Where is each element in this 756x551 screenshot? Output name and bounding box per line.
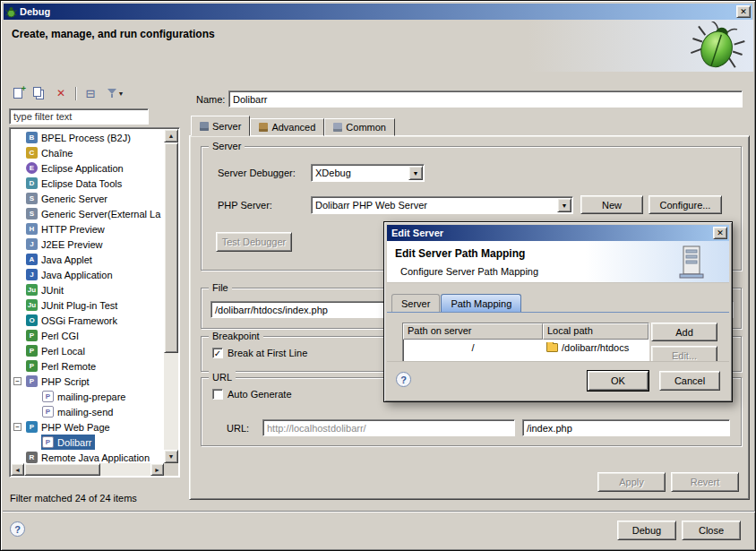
server-debugger-combo[interactable]: XDebug ▼: [311, 164, 425, 182]
cancel-button[interactable]: Cancel: [659, 371, 720, 391]
collapse-all-button[interactable]: ⊟: [81, 84, 100, 102]
duplicate-launch-configuration-button[interactable]: [30, 84, 49, 102]
column-header-local-path[interactable]: Local path: [543, 323, 649, 340]
tree-item-generic-server[interactable]: SGeneric Server: [11, 191, 164, 206]
tree-item-content: JuJUnit Plug-in Test: [25, 297, 120, 313]
window-close-button[interactable]: ✕: [736, 5, 751, 18]
titlebar[interactable]: Debug ✕: [4, 4, 752, 20]
chevron-down-icon: ▼: [118, 90, 125, 97]
tree-item-php-script[interactable]: −PPHP Script: [11, 374, 164, 389]
apply-button[interactable]: Apply: [597, 472, 666, 492]
tree-item-cha-ne[interactable]: CChaîne: [11, 145, 164, 160]
dialog-help-button[interactable]: ?: [396, 372, 411, 387]
tab-advanced[interactable]: Advanced: [250, 118, 324, 136]
url-group-legend: URL: [209, 371, 236, 384]
ok-button[interactable]: OK: [588, 371, 649, 391]
toolbar-separator: [75, 87, 76, 100]
vertical-scroll-thumb[interactable]: [164, 142, 178, 353]
tree-item-label: Eclipse Application: [41, 163, 124, 174]
tree-item-label: Java Applet: [41, 254, 92, 265]
scroll-right-button[interactable]: ►: [150, 463, 164, 476]
tree-item-label: Generic Server: [41, 194, 107, 204]
tree-item-content: SGeneric Server(External La: [25, 206, 163, 221]
tab-server[interactable]: Server: [191, 116, 250, 136]
tree-item-eclipse-data-tools[interactable]: DEclipse Data Tools: [11, 176, 164, 191]
help-button[interactable]: ?: [10, 521, 25, 537]
tree-item-generic-server-external-la[interactable]: SGeneric Server(External La: [11, 206, 164, 221]
edit-server-title: Edit Server: [391, 228, 443, 238]
filter-menu-button[interactable]: ▼: [102, 84, 129, 102]
new-server-button[interactable]: New: [580, 195, 643, 214]
new-launch-configuration-button[interactable]: +: [8, 84, 28, 102]
scroll-up-button[interactable]: ▲: [164, 129, 178, 142]
tree-expander-icon[interactable]: −: [13, 423, 21, 431]
tree-item-label: Chaîne: [41, 148, 73, 159]
php-web-page-icon: P: [26, 421, 38, 433]
auto-generate-checkbox[interactable]: Auto Generate: [212, 389, 292, 400]
tree-item-perl-local[interactable]: PPerl Local: [11, 343, 164, 358]
tree-horizontal-scrollbar[interactable]: ◄ ►: [11, 463, 164, 476]
horizontal-scroll-thumb[interactable]: [24, 463, 100, 476]
tree-item-junit-plug-in-test[interactable]: JuJUnit Plug-in Test: [11, 297, 164, 313]
tree-item-label: PHP Web Page: [41, 422, 110, 433]
tree-item-eclipse-application[interactable]: EEclipse Application: [11, 160, 164, 176]
tree-item-mailing-prepare[interactable]: Pmailing-prepare: [11, 389, 164, 404]
tree-expander-icon[interactable]: −: [13, 377, 21, 385]
combo-dropdown-button[interactable]: ▼: [408, 166, 423, 180]
debug-button[interactable]: Debug: [617, 521, 676, 540]
url-base-input[interactable]: http://localhostdolibarr/: [262, 419, 515, 436]
name-input[interactable]: Dolibarr: [228, 90, 743, 108]
advanced-tab-icon: [259, 123, 268, 132]
php-server-combo[interactable]: Dolibarr PHP Web Server ▼: [311, 196, 573, 214]
tab-path-mapping[interactable]: Path Mapping: [441, 294, 521, 312]
tree-item-label: J2EE Preview: [41, 239, 102, 250]
tree-item-osgi-framework[interactable]: OOSGi Framework: [11, 313, 164, 328]
close-button[interactable]: Close: [682, 521, 741, 540]
revert-button[interactable]: Revert: [671, 472, 739, 492]
eclipse-application-icon: E: [26, 162, 38, 174]
php-file-icon: P: [42, 406, 54, 418]
breakpoint-group-legend: Breakpoint: [209, 330, 263, 343]
delete-icon: ✕: [56, 87, 65, 99]
edit-server-subheading: Configure Server Path Mapping: [400, 266, 538, 277]
path-mapping-row[interactable]: //dolibarr/htdocs: [403, 340, 649, 355]
tree-rows: BBPEL Process (B2J)CChaîneEEclipse Appli…: [11, 130, 164, 463]
arrow-right-icon: ►: [154, 467, 160, 473]
tree-item-label: Generic Server(External La: [41, 209, 160, 220]
edit-server-close-button[interactable]: ✕: [713, 227, 727, 239]
tab-server-settings[interactable]: Server: [391, 294, 440, 312]
tree-item-dolibarr[interactable]: PDolibarr: [11, 435, 164, 450]
tab-common[interactable]: Common: [324, 118, 395, 136]
scroll-left-button[interactable]: ◄: [11, 463, 24, 476]
delete-launch-configuration-button[interactable]: ✕: [51, 84, 71, 102]
scroll-down-button[interactable]: ▼: [164, 450, 178, 463]
tree-item-label: OSGi Framework: [41, 315, 117, 326]
tree-vertical-scrollbar[interactable]: ▲ ▼: [164, 129, 178, 463]
add-mapping-button[interactable]: Add: [651, 323, 717, 341]
filter-input[interactable]: type filter text: [9, 108, 149, 125]
tree-item-http-preview[interactable]: HHTTP Preview: [11, 221, 164, 237]
column-header-path-on-server[interactable]: Path on server: [403, 323, 543, 340]
tree-item-java-application[interactable]: JJava Application: [11, 267, 164, 282]
tree-item-remote-java-application[interactable]: RRemote Java Application: [11, 450, 164, 463]
tree-item-content: PPerl Remote: [25, 358, 99, 374]
tree-item-java-applet[interactable]: AJava Applet: [11, 252, 164, 267]
tree-item-junit[interactable]: JuJUnit: [11, 282, 164, 297]
tree-item-perl-cgi[interactable]: PPerl CGI: [11, 328, 164, 343]
footer-separator: [3, 511, 755, 512]
tree-item-perl-remote[interactable]: PPerl Remote: [11, 358, 164, 374]
tree-item-j2ee-preview[interactable]: JJ2EE Preview: [11, 237, 164, 252]
tree-item-php-web-page[interactable]: −PPHP Web Page: [11, 419, 164, 435]
break-at-first-line-checkbox[interactable]: ✓ Break at First Line: [212, 348, 307, 358]
url-path-input[interactable]: /index.php: [522, 419, 730, 436]
tree-item-mailing-send[interactable]: Pmailing-send: [11, 404, 164, 419]
checkbox-checked-icon: ✓: [212, 348, 223, 358]
configure-server-button[interactable]: Configure...: [649, 195, 722, 214]
combo-dropdown-button[interactable]: ▼: [557, 198, 571, 212]
arrow-left-icon: ◄: [14, 467, 21, 473]
arrow-up-icon: ▲: [168, 133, 175, 139]
tree-item-bpel-process-b2j[interactable]: BBPEL Process (B2J): [11, 130, 164, 145]
tree-item-label: JUnit Plug-in Test: [41, 300, 117, 311]
test-debugger-button[interactable]: Test Debugger: [216, 232, 292, 252]
edit-server-titlebar[interactable]: Edit Server ✕: [387, 225, 729, 241]
